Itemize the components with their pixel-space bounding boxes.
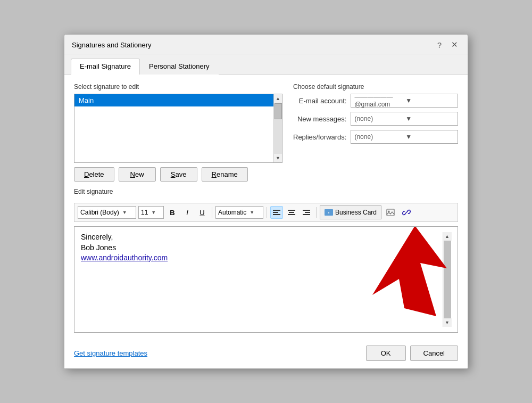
italic-button[interactable]: I	[181, 206, 194, 219]
signature-editor-content[interactable]: Sincerely,Bob Joneswww.androidauthority.…	[81, 232, 443, 327]
toolbar-separator-2	[267, 207, 267, 218]
font-size-value: 11	[141, 209, 148, 216]
align-left-button[interactable]	[270, 206, 283, 219]
save-button[interactable]: Save	[160, 167, 197, 182]
signature-list: Main	[74, 94, 273, 162]
svg-line-11	[405, 211, 408, 214]
sig-link[interactable]: www.androidauthority.com	[81, 253, 168, 262]
insert-picture-icon	[386, 208, 395, 217]
default-sig-section-label: Choose default signature	[293, 83, 458, 91]
delete-button[interactable]: Delete	[74, 167, 114, 182]
font-size-dropdown-arrow: ▼	[151, 210, 156, 215]
email-account-select[interactable]: ——————@gmail.com ▼	[351, 94, 458, 108]
email-account-label: E-mail account:	[293, 97, 346, 105]
delete-label: Delete	[84, 170, 104, 178]
rename-button[interactable]: Rename	[202, 167, 248, 182]
editor-scrollbar-down[interactable]: ▼	[443, 318, 452, 327]
new-button[interactable]: New	[119, 167, 156, 182]
svg-rect-6	[303, 210, 310, 211]
dialog-body: Select signature to edit Main ▲ ▼	[64, 75, 468, 341]
color-dropdown-arrow: ▼	[250, 210, 254, 215]
new-messages-dropdown-arrow: ▼	[405, 115, 454, 122]
align-center-icon	[288, 209, 295, 216]
scrollbar-down-arrow[interactable]: ▼	[274, 154, 282, 162]
sig-list-scrollbar: ▲ ▼	[273, 94, 282, 162]
svg-rect-8	[303, 214, 310, 215]
tabs-bar: E-mail Signature Personal Stationery	[64, 54, 468, 75]
font-name-value: Calibri (Body)	[80, 209, 119, 216]
email-account-dropdown-arrow: ▼	[405, 97, 454, 104]
font-name-dropdown-arrow: ▼	[122, 210, 127, 215]
top-section: Select signature to edit Main ▲ ▼	[74, 83, 458, 182]
business-card-label: Business Card	[335, 209, 377, 216]
save-label: Save	[171, 170, 187, 178]
tab-personal-stationery[interactable]: Personal Stationery	[140, 59, 218, 75]
svg-rect-4	[289, 212, 294, 213]
align-center-button[interactable]	[285, 206, 298, 219]
left-panel: Select signature to edit Main ▲ ▼	[74, 83, 282, 182]
dialog-title: Signatures and Stationery	[72, 41, 152, 49]
align-left-icon	[273, 209, 280, 216]
new-messages-select[interactable]: (none) ▼	[351, 112, 458, 126]
svg-rect-1	[273, 212, 278, 213]
cancel-button[interactable]: Cancel	[410, 346, 458, 361]
svg-rect-3	[288, 210, 295, 211]
title-bar-left: Signatures and Stationery	[72, 41, 152, 49]
select-signature-label: Select signature to edit	[74, 83, 282, 91]
sig-editor-scrollbar: ▲ ▼	[443, 232, 451, 327]
help-button[interactable]: ?	[434, 39, 445, 51]
insert-hyperlink-icon	[402, 208, 411, 217]
underline-button[interactable]: U	[196, 206, 209, 219]
bottom-row: Get signature templates OK Cancel	[64, 341, 468, 368]
replies-forwards-select[interactable]: (none) ▼	[351, 130, 458, 144]
new-messages-label: New messages:	[293, 115, 346, 123]
signature-item-main[interactable]: Main	[74, 94, 273, 106]
edit-sig-label: Edit signature	[74, 188, 458, 195]
signatures-stationery-dialog: Signatures and Stationery ? ✕ E-mail Sig…	[64, 34, 468, 369]
replies-forwards-dropdown-arrow: ▼	[405, 133, 454, 141]
toolbar-separator-3	[316, 207, 317, 218]
title-bar: Signatures and Stationery ? ✕	[64, 35, 468, 54]
tab-email-signature[interactable]: E-mail Signature	[71, 59, 140, 75]
svg-rect-7	[305, 212, 310, 213]
email-account-value: ——————@gmail.com	[354, 93, 403, 108]
scrollbar-up-arrow[interactable]: ▲	[274, 94, 282, 103]
color-select[interactable]: Automatic ▼	[215, 206, 263, 219]
replies-forwards-label: Replies/forwards:	[293, 133, 346, 141]
business-card-icon: ▪	[325, 209, 333, 216]
title-bar-right: ? ✕	[434, 39, 461, 51]
get-templates-link[interactable]: Get signature templates	[74, 349, 147, 357]
svg-point-10	[388, 211, 390, 212]
insert-hyperlink-button[interactable]	[400, 206, 413, 219]
font-size-select[interactable]: 11 ▼	[138, 206, 164, 219]
svg-rect-2	[273, 214, 280, 215]
insert-picture-button[interactable]	[384, 206, 397, 219]
tab-personal-stationery-label: Personal Stationery	[149, 62, 209, 70]
new-label: New	[130, 170, 144, 178]
signature-editor: Sincerely,Bob Joneswww.androidauthority.…	[74, 226, 458, 333]
align-right-button[interactable]	[300, 206, 313, 219]
font-name-select[interactable]: Calibri (Body) ▼	[78, 206, 136, 219]
signature-button-row: Delete New Save Rename	[74, 167, 282, 182]
dialog-buttons: OK Cancel	[366, 346, 458, 361]
tab-email-signature-label: E-mail Signature	[80, 62, 131, 70]
replies-forwards-value: (none)	[354, 133, 403, 141]
new-messages-value: (none)	[354, 115, 403, 122]
ok-button[interactable]: OK	[366, 346, 406, 361]
toolbar-separator-1	[212, 207, 212, 218]
signature-toolbar: Calibri (Body) ▼ 11 ▼ B I U Automatic	[74, 203, 458, 222]
scrollbar-thumb[interactable]	[275, 103, 282, 119]
default-sig-grid: E-mail account: ——————@gmail.com ▼ New m…	[293, 94, 458, 144]
right-panel: Choose default signature E-mail account:…	[293, 83, 458, 182]
align-right-icon	[303, 209, 310, 216]
color-value: Automatic	[218, 209, 246, 216]
rename-label: Rename	[212, 170, 238, 178]
editor-scrollbar-thumb[interactable]	[444, 241, 451, 318]
close-button[interactable]: ✕	[448, 39, 461, 51]
business-card-button[interactable]: ▪ Business Card	[320, 205, 381, 219]
svg-rect-0	[273, 210, 280, 211]
bold-button[interactable]: B	[166, 206, 179, 219]
signature-list-container: Main ▲ ▼	[74, 94, 282, 163]
editor-scrollbar-up[interactable]: ▲	[443, 232, 452, 241]
scrollbar-track	[274, 103, 282, 154]
